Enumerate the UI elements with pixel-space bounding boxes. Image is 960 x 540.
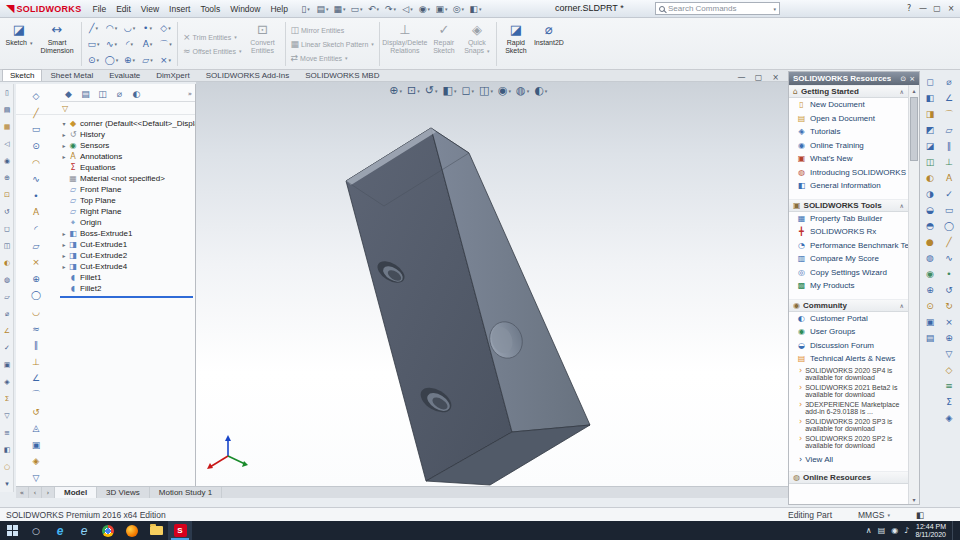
- toolbar-icon[interactable]: ◪: [922, 138, 938, 154]
- toolbar-icon[interactable]: ↺: [0, 203, 14, 220]
- sketch-entity-button[interactable]: ∿▾: [103, 37, 120, 52]
- toolbar-icon[interactable]: ≈: [26, 320, 46, 337]
- toolbar-icon[interactable]: ▽: [0, 407, 14, 424]
- ribbon-tab[interactable]: SOLIDWORKS Add-Ins: [198, 69, 298, 81]
- doc-restore-button[interactable]: ▢: [750, 71, 767, 83]
- toolbar-icon[interactable]: ⊕: [922, 282, 938, 298]
- quick-snaps-button[interactable]: ◈ Quick Snaps ▾: [461, 20, 493, 68]
- news-item[interactable]: › SOLIDWORKS 2020 SP2 is available for d…: [799, 435, 906, 450]
- convert-entities-button[interactable]: ⊡ Convert Entities: [244, 20, 282, 68]
- scrollbar-thumb[interactable]: [910, 97, 918, 161]
- panel-tab[interactable]: ◆: [60, 86, 77, 101]
- toolbar-icon[interactable]: ✓: [940, 186, 958, 202]
- toolbar-icon[interactable]: ◐: [922, 170, 938, 186]
- toolbar-icon[interactable]: ◨: [922, 106, 938, 122]
- panel-tab[interactable]: ▤: [77, 86, 94, 101]
- tray-icon[interactable]: ▤: [878, 526, 886, 535]
- ribbon-tab[interactable]: DimXpert: [148, 69, 197, 81]
- toolbar-icon[interactable]: ×: [940, 314, 958, 330]
- feature-tree-item[interactable]: ▸ ◨ Cut-Extrude1: [60, 239, 195, 250]
- tray-icon[interactable]: ∧: [866, 526, 872, 535]
- close-button[interactable]: ×: [944, 1, 958, 15]
- resource-link[interactable]: ◉ User Groups: [789, 325, 908, 339]
- toolbar-icon[interactable]: ╱: [940, 234, 958, 250]
- panel-tab[interactable]: ◫: [94, 86, 111, 101]
- sketch-entity-button[interactable]: ⌒▾: [157, 37, 174, 52]
- toolbar-icon[interactable]: ▣: [0, 356, 14, 373]
- 3d-part-model[interactable]: [196, 82, 788, 486]
- resource-link[interactable]: ╋ SOLIDWORKS Rx: [789, 225, 908, 239]
- toolbar-icon[interactable]: ▭: [26, 121, 46, 138]
- menu-window[interactable]: Window: [225, 2, 265, 16]
- firefox-app-button[interactable]: [120, 521, 144, 540]
- titlebar-toolbar-icon[interactable]: ◧▾: [467, 2, 484, 16]
- toolbar-icon[interactable]: ◩: [922, 122, 938, 138]
- toolbar-icon[interactable]: ▣: [26, 436, 46, 453]
- resource-link[interactable]: ◎ Copy Settings Wizard: [789, 266, 908, 280]
- repair-sketch-button[interactable]: ✓ Repair Sketch: [427, 20, 461, 68]
- toolbar-icon[interactable]: ↺: [940, 282, 958, 298]
- toolbar-icon[interactable]: ◧: [0, 441, 14, 458]
- toolbar-icon[interactable]: ▣: [922, 314, 938, 330]
- titlebar-toolbar-icon[interactable]: ▣▾: [433, 2, 450, 16]
- news-item[interactable]: › SOLIDWORKS 2020 SP4 is available for d…: [799, 367, 906, 382]
- section-getting-started[interactable]: ⌂ Getting Started ∧: [789, 85, 908, 98]
- toolbar-icon[interactable]: ▤: [0, 101, 14, 118]
- panel-tab[interactable]: ⌀: [111, 86, 128, 101]
- toolbar-icon[interactable]: A: [940, 170, 958, 186]
- instant2d-button[interactable]: ⌀ Instant2D: [532, 20, 566, 68]
- toolbar-icon[interactable]: ╱: [26, 105, 46, 122]
- ribbon-tab[interactable]: Evaluate: [101, 69, 148, 81]
- rapid-sketch-button[interactable]: ◪ Rapid Sketch: [500, 20, 532, 68]
- toolbar-icon[interactable]: ▯: [0, 84, 14, 101]
- tab-scroll-start-button[interactable]: «: [16, 487, 29, 498]
- study-tab[interactable]: Model: [55, 487, 97, 498]
- titlebar-toolbar-icon[interactable]: ◎▾: [450, 2, 467, 16]
- resource-link[interactable]: ▯ New Document: [789, 98, 908, 112]
- doc-minimize-button[interactable]: —: [733, 71, 750, 83]
- expand-arrow[interactable]: ▸: [60, 230, 68, 237]
- expand-arrow[interactable]: ▸: [60, 241, 68, 248]
- toolbar-icon[interactable]: ▽: [26, 470, 46, 487]
- toolbar-icon[interactable]: Σ: [940, 394, 958, 410]
- toolbar-icon[interactable]: ×: [26, 254, 46, 271]
- toolbar-icon[interactable]: ◜: [26, 221, 46, 238]
- toolbar-icon[interactable]: ◡: [26, 304, 46, 321]
- section-solidworks-tools[interactable]: ▣ SOLIDWORKS Tools ∧: [789, 199, 908, 212]
- study-tab[interactable]: 3D Views: [97, 487, 150, 498]
- news-item[interactable]: › SOLIDWORKS 2021 Beta2 is available for…: [799, 384, 906, 399]
- sketch-entity-button[interactable]: ◡▾: [121, 21, 138, 36]
- toolbar-icon[interactable]: •: [940, 266, 958, 282]
- resource-link[interactable]: ▥ Compare My Score: [789, 252, 908, 266]
- trim-entities-button[interactable]: ×Trim Entities▾: [181, 31, 244, 43]
- resource-link[interactable]: ▤ Open a Document: [789, 112, 908, 126]
- feature-tree-item[interactable]: Σ Equations: [60, 162, 195, 173]
- task-pane-scrollbar[interactable]: ▴ ▾: [908, 85, 919, 504]
- news-item[interactable]: › SOLIDWORKS 2020 SP3 is available for d…: [799, 418, 906, 433]
- titlebar-toolbar-icon[interactable]: ▭▾: [348, 2, 365, 16]
- help-button[interactable]: ?: [902, 1, 916, 15]
- resource-link[interactable]: ▩ My Products: [789, 279, 908, 293]
- toolbar-icon[interactable]: ▾: [0, 475, 14, 492]
- smart-dimension-button[interactable]: ↔ Smart Dimension: [36, 20, 78, 68]
- collapse-icon[interactable]: ∧: [900, 88, 904, 95]
- resource-link[interactable]: ◐ Customer Portal: [789, 312, 908, 326]
- graphics-viewport[interactable]: ⊕▾ ⊡▾ ↺▾ ◧▾ ◻▾ ◫▾ ◉▾ ◍▾ ◐▾: [196, 82, 788, 486]
- toolbar-icon[interactable]: ⌒: [26, 387, 46, 404]
- toolbar-icon[interactable]: ▦: [0, 118, 14, 135]
- toolbar-icon[interactable]: ◇: [940, 362, 958, 378]
- titlebar-toolbar-icon[interactable]: ▦▾: [331, 2, 348, 16]
- toolbar-icon[interactable]: ◫: [0, 237, 14, 254]
- section-online-resources[interactable]: ◍ Online Resources: [789, 471, 908, 484]
- search-commands-input[interactable]: Search Commands ▾: [655, 2, 780, 15]
- toolbar-icon[interactable]: ◯: [940, 218, 958, 234]
- feature-tree-item[interactable]: ▸ ◨ Cut-Extrude4: [60, 261, 195, 272]
- toolbar-icon[interactable]: ∠: [0, 322, 14, 339]
- toolbar-icon[interactable]: ⊕: [0, 169, 14, 186]
- sketch-entity-button[interactable]: ▱▾: [139, 53, 156, 68]
- toolbar-icon[interactable]: ⌀: [0, 305, 14, 322]
- resource-link[interactable]: ◉ Online Training: [789, 139, 908, 153]
- toolbar-icon[interactable]: ⊙: [26, 138, 46, 155]
- minimize-button[interactable]: —: [916, 1, 930, 15]
- collapse-icon[interactable]: ∧: [900, 302, 904, 309]
